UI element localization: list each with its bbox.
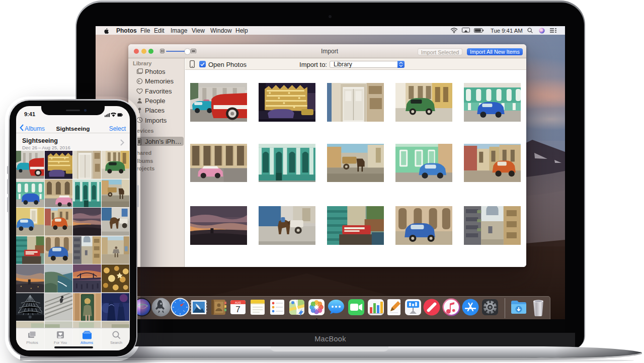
svg-text:AUG: AUG — [235, 301, 241, 304]
svg-text:7: 7 — [235, 305, 240, 314]
